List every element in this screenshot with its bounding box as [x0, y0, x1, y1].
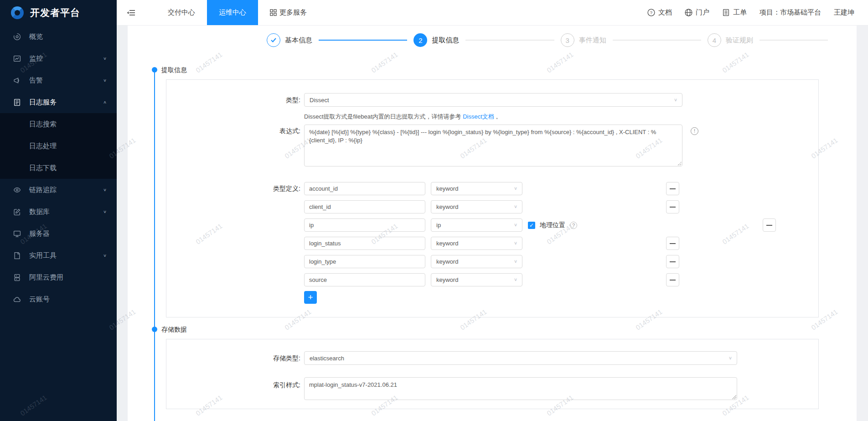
sidebar-item-label: 监控 [29, 54, 43, 63]
header-right: ? 文档 门户 工单 项目：市场基础平台 王建坤 [647, 0, 868, 25]
add-field-button[interactable]: + [304, 291, 317, 304]
field-type-select[interactable]: keyword ∨ [431, 273, 522, 286]
cloud-icon [13, 296, 21, 303]
field-name-input[interactable] [304, 200, 425, 213]
field-name-input[interactable] [304, 237, 425, 250]
geo-label: 地理位置 [540, 221, 565, 229]
sidebar-item-label: 阿里云费用 [29, 273, 63, 282]
section-title-storage: 存储数据 [161, 326, 187, 334]
eye-icon [13, 186, 21, 194]
field-type-select[interactable]: ip ∨ [431, 218, 522, 232]
wizard-step-3[interactable]: 3事件通知 [561, 33, 606, 47]
typedef-row: keyword ∨ [304, 237, 815, 250]
chevron-down-icon: ∨ [514, 223, 517, 228]
sidebar-item-9[interactable]: 阿里云费用 [0, 266, 117, 288]
monitor-chart-icon [13, 55, 21, 62]
field-type-select[interactable]: keyword ∨ [431, 200, 522, 213]
typedef-row: keyword ∨ [304, 200, 815, 213]
expression-label: 表达式: [166, 127, 300, 135]
ticket-link[interactable]: 工单 [722, 8, 747, 17]
sidebar-item-8[interactable]: 实用工具∨ [0, 244, 117, 266]
geo-help-icon[interactable]: ? [570, 222, 577, 229]
resize-handle[interactable] [677, 161, 682, 166]
step-connector [465, 40, 554, 41]
chevron-down-icon: ∨ [103, 209, 107, 214]
sidebar-item-5[interactable]: 链路追踪∨ [0, 179, 117, 201]
watermark-text: 01457141 [545, 50, 574, 74]
remove-field-button[interactable] [666, 273, 679, 286]
dashboard-icon [13, 33, 21, 41]
field-name-input[interactable] [304, 255, 425, 268]
storage-type-select[interactable]: elasticsearch ∨ [304, 351, 737, 365]
sidebar-item-4[interactable]: 日志服务∧ [0, 91, 117, 113]
sidebar-item-label: 概览 [29, 32, 43, 41]
remove-field-button[interactable] [666, 182, 679, 195]
field-type-select[interactable]: keyword ∨ [431, 237, 522, 250]
field-name-input[interactable] [304, 182, 425, 195]
sidebar-item-3[interactable]: 告警∨ [0, 69, 117, 91]
page-scrollbar-right[interactable] [857, 26, 868, 421]
remove-field-button[interactable] [666, 237, 679, 250]
index-pattern-textarea[interactable]: mplat-login_status-v7-2021.06.21 [304, 377, 737, 400]
top-tab-2[interactable]: 运维中心 [207, 0, 258, 25]
top-tab-3[interactable]: 更多服务 [258, 0, 319, 25]
sidebar-item-label: 链路追踪 [29, 186, 57, 194]
step-connector [319, 40, 407, 41]
field-name-input[interactable] [304, 273, 425, 286]
megaphone-icon [13, 77, 21, 84]
typedef-label: 类型定义: [166, 185, 300, 193]
watermark-text: 01457141 [370, 50, 399, 74]
timeline-dot [152, 67, 157, 73]
extract-type-select[interactable]: Dissect ∨ [304, 93, 682, 107]
step-number: 3 [561, 33, 574, 47]
portal-link[interactable]: 门户 [685, 8, 709, 17]
index-pattern-label: 索引样式: [166, 381, 300, 390]
project-selector[interactable]: 项目：市场基础平台 [760, 8, 821, 17]
question-circle-icon: ? [647, 9, 655, 16]
top-tab-1[interactable]: 交付中心 [156, 0, 207, 25]
remove-field-button[interactable] [666, 255, 679, 268]
storage-type-label: 存储类型: [166, 354, 300, 363]
tool-file-icon [13, 252, 21, 260]
chevron-down-icon: ∨ [514, 241, 517, 246]
step-number: 4 [708, 33, 721, 47]
remove-field-button[interactable] [763, 218, 776, 232]
geo-checkbox-checked[interactable]: ✓ [528, 222, 535, 229]
sidebar-item-6[interactable]: 数据库∨ [0, 201, 117, 223]
typedef-row: keyword ∨ [304, 255, 815, 268]
sidebar-item-label: 云账号 [29, 295, 50, 304]
sidebar-subitem-3[interactable]: 日志下载 [0, 157, 117, 179]
remove-field-button[interactable] [666, 200, 679, 213]
step-connector [760, 40, 828, 41]
wizard-step-4[interactable]: 4验证规则 [708, 33, 753, 47]
field-type-select[interactable]: keyword ∨ [431, 255, 522, 268]
docs-link[interactable]: ? 文档 [647, 8, 672, 17]
menu-fold-icon[interactable] [126, 0, 137, 26]
billing-server-icon [13, 274, 21, 281]
svg-text:?: ? [650, 10, 652, 15]
content-scrollbar-left[interactable] [117, 26, 128, 421]
watermark-text: 01457141 [721, 50, 750, 74]
chevron-down-icon: ∨ [674, 97, 677, 102]
sidebar-subitem-1[interactable]: 日志搜索 [0, 113, 117, 135]
wizard-step-1[interactable]: 基本信息 [267, 33, 312, 47]
sidebar-item-2[interactable]: 监控∨ [0, 47, 117, 69]
geo-option: ✓地理位置? [528, 221, 577, 229]
wizard-step-2[interactable]: 2提取信息 [413, 33, 459, 47]
extract-panel: 类型: Dissect ∨ Dissect提取方式是filebeat内置的日志提… [166, 79, 819, 317]
chevron-down-icon: ∨ [514, 204, 517, 209]
resize-handle[interactable] [732, 395, 736, 399]
expression-info-icon[interactable]: ! [691, 127, 698, 135]
sidebar-subitem-2[interactable]: 日志处理 [0, 135, 117, 157]
appstore-grid-icon [270, 9, 277, 16]
dissect-doc-link[interactable]: Dissect文档 [463, 113, 494, 120]
field-name-input[interactable] [304, 218, 425, 232]
sidebar-item-10[interactable]: 云账号 [0, 288, 117, 310]
expression-textarea[interactable]: %{date} [%{id}] %{type} %{class} - [%{ti… [304, 125, 682, 166]
field-type-select[interactable]: keyword ∨ [431, 182, 522, 195]
sidebar-item-1[interactable]: 概览 [0, 26, 117, 47]
sidebar-item-7[interactable]: 服务器 [0, 223, 117, 244]
user-menu[interactable]: 王建坤 [834, 8, 854, 17]
sidebar-submenu: 日志搜索日志处理日志下载 [0, 113, 117, 179]
edit-square-icon [13, 208, 21, 216]
